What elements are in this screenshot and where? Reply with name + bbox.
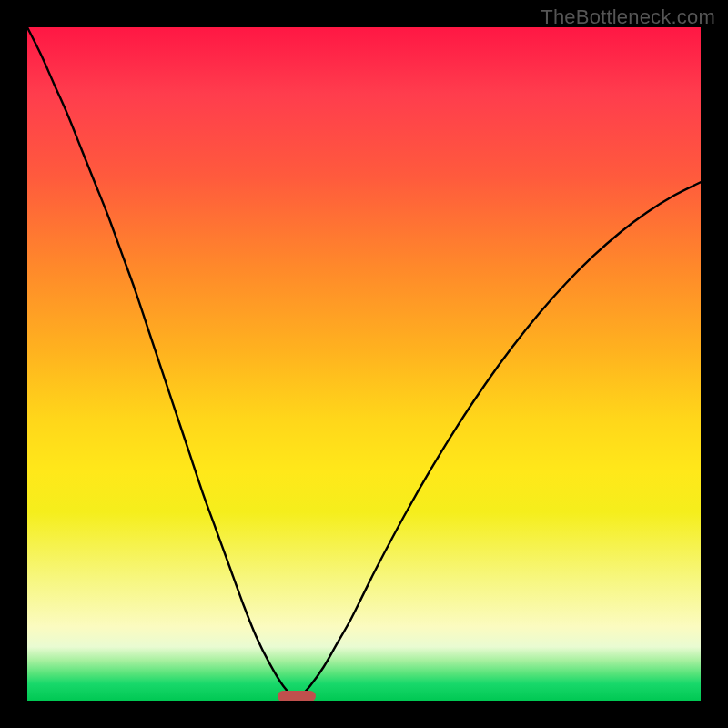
plot-area — [27, 27, 701, 701]
curve-right — [297, 182, 701, 701]
watermark-text: TheBottleneck.com — [541, 5, 715, 29]
chart-svg — [27, 27, 701, 701]
chart-frame: TheBottleneck.com — [0, 0, 728, 728]
curve-left — [27, 27, 297, 701]
minimum-marker — [278, 691, 316, 701]
